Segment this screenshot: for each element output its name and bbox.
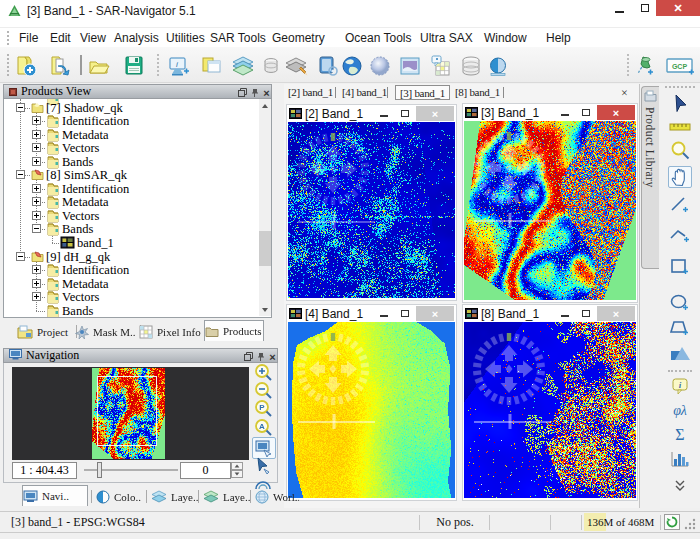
image-window-titlebar-3[interactable]: [3] Band_1×	[463, 104, 637, 121]
catalog-search-button[interactable]	[315, 53, 341, 78]
tool-palette-grip[interactable]	[665, 86, 695, 89]
hand-tool[interactable]	[668, 166, 692, 188]
window-close-button[interactable]: ×	[416, 306, 454, 321]
sar-image-8[interactable]	[464, 322, 636, 498]
open-product-button[interactable]	[13, 53, 39, 78]
split-circle-button[interactable]	[485, 53, 511, 78]
tree-scroll-up[interactable]	[259, 99, 271, 112]
nav-zoom-a-button[interactable]: A	[252, 418, 274, 436]
expand-expander[interactable]	[32, 211, 41, 220]
document-tab-2-band_1[interactable]: [2] band_1	[288, 85, 333, 100]
document-close-button[interactable]: ×	[621, 86, 627, 101]
globe-button[interactable]	[339, 53, 365, 78]
screen-info-button[interactable]: i	[166, 53, 192, 78]
nav-sync-button[interactable]	[252, 437, 276, 459]
window-maximize-button[interactable]	[579, 104, 593, 120]
polygon-plus-tool[interactable]	[668, 317, 692, 339]
window-minimize-button[interactable]	[558, 305, 572, 321]
save-button[interactable]	[121, 53, 147, 78]
resize-grip[interactable]	[683, 518, 697, 534]
tree-scrollbar[interactable]	[259, 99, 271, 316]
image-view-button[interactable]	[397, 53, 423, 78]
garbage-collect-button[interactable]	[664, 514, 680, 530]
navigation-panel-titlebar[interactable]: Navigation ×	[3, 348, 278, 363]
tree-scroll-thumb[interactable]	[259, 231, 271, 266]
menu-sar-tools[interactable]: SAR Tools	[210, 31, 266, 45]
tree-item-bands[interactable]: Bands	[4, 304, 271, 318]
products-panel-close-button[interactable]: ×	[261, 87, 272, 98]
zoom-ratio-field[interactable]: 1 : 404.43	[12, 462, 77, 479]
expand-expander[interactable]	[32, 292, 41, 301]
tree-item-identification[interactable]: Identification	[4, 263, 271, 277]
tree-item-identification[interactable]: Identification	[4, 114, 271, 128]
tab-worl-4[interactable]: Worl..	[255, 487, 299, 506]
expand-expander[interactable]	[32, 143, 41, 152]
menubar-grip[interactable]	[7, 31, 10, 45]
tree-item-metadata[interactable]: Metadata	[4, 195, 271, 209]
rotation-spin-down[interactable]	[231, 470, 243, 478]
tree-item-bands[interactable]: Bands	[4, 155, 271, 169]
tab-mask-m[interactable]: Mask M..	[75, 322, 136, 341]
document-tab-8-band_1[interactable]: [8] band_1	[455, 85, 500, 100]
shapes-tool[interactable]	[668, 342, 692, 364]
rotation-spin-up[interactable]	[231, 462, 243, 470]
tree-item-bands[interactable]: Bands	[4, 222, 271, 236]
tree-item-vectors[interactable]: Vectors	[4, 141, 271, 155]
tree-item-metadata[interactable]: Metadata	[4, 277, 271, 291]
window-maximize-button[interactable]	[398, 305, 412, 321]
tab-colo-1[interactable]: Colo..	[96, 487, 146, 506]
menu-analysis[interactable]: Analysis	[114, 31, 159, 45]
navigation-view-rectangle[interactable]	[97, 376, 157, 446]
expand-expander[interactable]	[32, 279, 41, 288]
tree-item-vectors[interactable]: Vectors	[4, 209, 271, 223]
menu-geometry[interactable]: Geometry	[272, 31, 325, 45]
magnifier-tool[interactable]	[668, 139, 692, 161]
tree-scroll-down[interactable]	[259, 303, 271, 316]
menu-window[interactable]: Window	[484, 31, 527, 45]
chevrons-down-tool[interactable]	[668, 475, 692, 497]
sar-image-3[interactable]	[464, 121, 636, 300]
menu-file[interactable]: File	[19, 31, 38, 45]
tree-item-7-shadow_qk[interactable]: [7] Shadow_qk	[4, 101, 271, 115]
import-product-button[interactable]	[47, 53, 73, 78]
tab-laye-2[interactable]: Laye..	[151, 487, 199, 506]
window-minimize-button[interactable]	[558, 104, 572, 120]
tab-products[interactable]: Products	[204, 320, 264, 341]
status-memory-label[interactable]: 136M of 468M	[587, 516, 654, 528]
expand-expander[interactable]	[32, 157, 41, 166]
pixel-grid-button[interactable]	[427, 53, 453, 78]
window-minimize-button[interactable]	[377, 105, 391, 121]
toolbar-grip[interactable]	[7, 54, 10, 76]
image-window-titlebar-4[interactable]: [4] Band_1×	[287, 305, 456, 322]
tab-project[interactable]: Project	[17, 322, 72, 341]
product-library-tab[interactable]: Product Library	[641, 86, 659, 269]
collapse-expander[interactable]	[16, 252, 25, 261]
rotation-field[interactable]: 0	[180, 462, 231, 479]
line-plus-tool[interactable]	[668, 194, 692, 216]
menu-utilities[interactable]: Utilities	[166, 31, 205, 45]
expand-expander[interactable]	[32, 184, 41, 193]
tree-item-8-simsar_qk[interactable]: [8] SimSAR_qk	[4, 168, 271, 182]
image-window-titlebar-2[interactable]: [2] Band_1×	[287, 105, 456, 122]
navigation-panel-close-button[interactable]: ×	[267, 351, 278, 362]
navigation-panel-float-button[interactable]	[243, 351, 254, 362]
products-panel-titlebar[interactable]: Products View ×	[3, 84, 272, 99]
menu-view[interactable]: View	[80, 31, 106, 45]
tree-item-identification[interactable]: Identification	[4, 182, 271, 196]
ellipse-plus-tool[interactable]	[668, 292, 692, 314]
menu-edit[interactable]: Edit	[50, 31, 71, 45]
open-folder-button[interactable]	[86, 53, 112, 78]
menu-help[interactable]: Help	[546, 31, 571, 45]
tree-item-band_1[interactable]: band_1	[4, 236, 271, 250]
gcp-button[interactable]: GCP	[667, 53, 693, 78]
layers-button[interactable]	[230, 53, 256, 78]
collapse-expander[interactable]	[32, 224, 41, 233]
copy-window-button[interactable]	[198, 53, 224, 78]
database-small-button[interactable]	[257, 53, 283, 78]
nav-zoom-out-button[interactable]	[252, 381, 274, 399]
tree-item-metadata[interactable]: Metadata	[4, 128, 271, 142]
phi-lambda-tool[interactable]: φλ	[668, 399, 692, 421]
window-close-button[interactable]: ×	[416, 106, 454, 121]
window-minimize-button[interactable]	[377, 305, 391, 321]
expand-expander[interactable]	[32, 197, 41, 206]
